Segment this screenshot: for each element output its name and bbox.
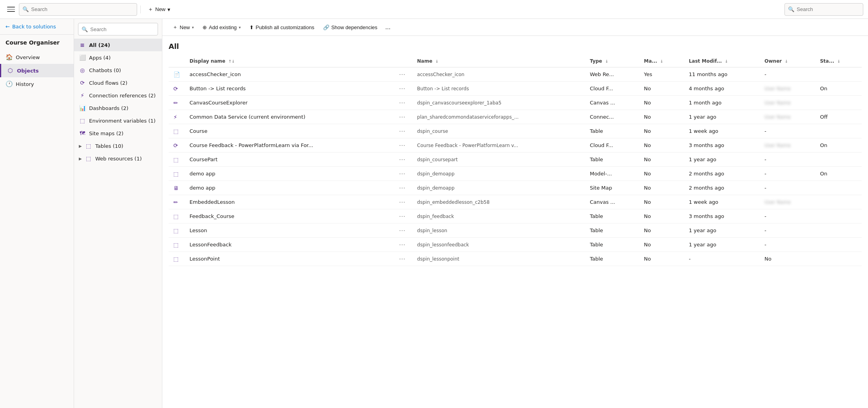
hamburger-menu[interactable] — [5, 3, 17, 16]
mid-item-chatbots[interactable]: ◎ Chatbots (0) — [74, 64, 162, 76]
row-status: On — [815, 82, 862, 96]
action-more-button[interactable]: ... — [382, 21, 394, 33]
row-managed: Yes — [639, 67, 684, 82]
mid-chatbots-label: Chatbots (0) — [89, 67, 121, 73]
sidebar-item-history[interactable]: 🕐 History — [0, 77, 74, 91]
row-display-name: Course Feedback - PowerPlatformLearn via… — [185, 138, 392, 153]
col-owner[interactable]: Owner ↓ — [760, 55, 815, 67]
table-row[interactable]: ⬚ CoursePart ⋯ dspin_coursepart Table No… — [169, 153, 862, 167]
mid-connection-refs-label: Connection references (2) — [89, 93, 156, 99]
mid-search-box[interactable]: 🔍 — [78, 23, 158, 35]
mid-item-connection-refs[interactable]: ⚡ Connection references (2) — [74, 89, 162, 102]
row-more-button[interactable]: ⋯ — [397, 183, 408, 192]
action-publish-label: Publish all customizations — [256, 24, 314, 30]
all-icon: ≡ — [79, 42, 86, 48]
row-last-modified: 2 months ago — [684, 181, 760, 195]
row-last-modified: 1 year ago — [684, 224, 760, 238]
table-row[interactable]: ⬚ LessonFeedback ⋯ dspin_lessonfeedback … — [169, 238, 862, 252]
row-managed: No — [639, 153, 684, 167]
row-more-button[interactable]: ⋯ — [397, 197, 408, 207]
row-type-icon: ⬚ — [169, 153, 185, 167]
row-more-button[interactable]: ⋯ — [397, 98, 408, 107]
table-row[interactable]: ⚡ Common Data Service (current environme… — [169, 110, 862, 124]
mid-item-apps[interactable]: ⬜ Apps (4) — [74, 51, 162, 64]
row-more-button[interactable]: ⋯ — [397, 112, 408, 121]
col-display-name[interactable]: Display name ↑↓ — [185, 55, 392, 67]
action-deps-label: Show dependencies — [331, 24, 377, 30]
tables-expand-icon: ▶ — [79, 144, 82, 148]
action-add-existing-button[interactable]: ⊕ Add existing ▾ — [199, 22, 245, 33]
table-row[interactable]: ⟳ Button -> List records ⋯ Button -> Lis… — [169, 82, 862, 96]
row-name: dspin_feedback — [413, 209, 585, 224]
mid-item-web-resources[interactable]: ▶ ⬚ Web resources (1) — [74, 152, 162, 165]
main-search-input[interactable] — [31, 6, 134, 12]
owner-sort-icon: ↓ — [784, 59, 788, 63]
row-type: Model-... — [585, 167, 639, 181]
row-more-button[interactable]: ⋯ — [397, 70, 408, 79]
right-search-input[interactable] — [797, 6, 860, 12]
web-resources-icon: ⬚ — [85, 155, 92, 162]
table-row[interactable]: ✏ EmbeddedLesson ⋯ dspin_embeddedlesson_… — [169, 195, 862, 209]
row-more-button[interactable]: ⋯ — [397, 212, 408, 221]
main-search-box[interactable]: 🔍 — [19, 3, 137, 16]
row-more-button[interactable]: ⋯ — [397, 169, 408, 178]
table-row[interactable]: ⬚ Feedback_Course ⋯ dspin_feedback Table… — [169, 209, 862, 224]
row-more-button[interactable]: ⋯ — [397, 240, 408, 249]
row-last-modified: 4 months ago — [684, 82, 760, 96]
row-more-button[interactable]: ⋯ — [397, 84, 408, 93]
objects-icon: ⬡ — [7, 67, 14, 74]
new-button[interactable]: ＋ New ▾ — [144, 4, 174, 15]
right-search-box[interactable]: 🔍 — [784, 3, 863, 16]
col-managed[interactable]: Ma... ↓ — [639, 55, 684, 67]
mid-item-tables[interactable]: ▶ ⬚ Tables (10) — [74, 140, 162, 152]
row-last-modified: 3 months ago — [684, 209, 760, 224]
mid-apps-label: Apps (4) — [89, 55, 111, 61]
row-more-button[interactable]: ⋯ — [397, 155, 408, 164]
mid-panel: 🔍 ≡ All (24) ⬜ Apps (4) ◎ Chatbots (0) ⟳… — [74, 19, 162, 408]
row-managed: No — [639, 181, 684, 195]
mid-item-site-maps[interactable]: 🗺 Site maps (2) — [74, 127, 162, 140]
row-more-button[interactable]: ⋯ — [397, 226, 408, 235]
table-row[interactable]: ⬚ Lesson ⋯ dspin_lesson Table No 1 year … — [169, 224, 862, 238]
row-display-name: CoursePart — [185, 153, 392, 167]
table-row[interactable]: 🖥 demo app ⋯ dspin_demoapp Site Map No 2… — [169, 181, 862, 195]
row-status — [815, 224, 862, 238]
col-more-header — [392, 55, 413, 67]
row-last-modified: 3 months ago — [684, 138, 760, 153]
col-last-modified[interactable]: Last Modif... ↓ — [684, 55, 760, 67]
sidebar-item-objects[interactable]: ⬡ Objects — [0, 64, 74, 77]
row-type-icon: ✏ — [169, 195, 185, 209]
action-publish-button[interactable]: ⬆ Publish all customizations — [245, 22, 318, 33]
mid-item-env-vars[interactable]: ⬚ Environment variables (1) — [74, 114, 162, 127]
action-new-button[interactable]: ＋ New ▾ — [169, 21, 198, 33]
row-more-button[interactable]: ⋯ — [397, 254, 408, 263]
sidebar-history-label: History — [16, 81, 34, 87]
sidebar-item-overview[interactable]: 🏠 Overview — [0, 50, 74, 64]
table-row[interactable]: ⬚ LessonPoint ⋯ dspin_lessonpoint Table … — [169, 252, 862, 266]
mid-search-input[interactable] — [90, 26, 154, 32]
mid-item-all[interactable]: ≡ All (24) — [74, 39, 162, 51]
row-owner: - — [760, 224, 815, 238]
row-more-button[interactable]: ⋯ — [397, 127, 408, 136]
row-more-button[interactable]: ⋯ — [397, 141, 408, 150]
table-row[interactable]: ✏ CanvasCourseExplorer ⋯ dspin_canvascou… — [169, 96, 862, 110]
back-to-solutions[interactable]: ← Back to solutions — [0, 19, 74, 35]
row-type-icon: ⬚ — [169, 209, 185, 224]
col-type[interactable]: Type ↓ — [585, 55, 639, 67]
new-chevron-icon: ▾ — [167, 6, 170, 13]
col-name[interactable]: Name ↓ — [413, 55, 585, 67]
col-status[interactable]: Sta... ↓ — [815, 55, 862, 67]
row-name: accessChecker_icon — [413, 67, 585, 82]
row-type: Table — [585, 153, 639, 167]
table-row[interactable]: 📄 accessChecker_icon ⋯ accessChecker_ico… — [169, 67, 862, 82]
table-row[interactable]: ⬚ demo app ⋯ dspin_demoapp Model-... No … — [169, 167, 862, 181]
row-managed: No — [639, 138, 684, 153]
table-row[interactable]: ⬚ Course ⋯ dspin_course Table No 1 week … — [169, 124, 862, 138]
mid-item-cloud-flows[interactable]: ⟳ Cloud flows (2) — [74, 76, 162, 89]
table-row[interactable]: ⟳ Course Feedback - PowerPlatformLearn v… — [169, 138, 862, 153]
col-row-icon — [169, 55, 185, 67]
mid-item-dashboards[interactable]: 📊 Dashboards (2) — [74, 102, 162, 114]
row-managed: No — [639, 82, 684, 96]
action-dependencies-button[interactable]: 🔗 Show dependencies — [319, 22, 381, 33]
row-type: Table — [585, 238, 639, 252]
